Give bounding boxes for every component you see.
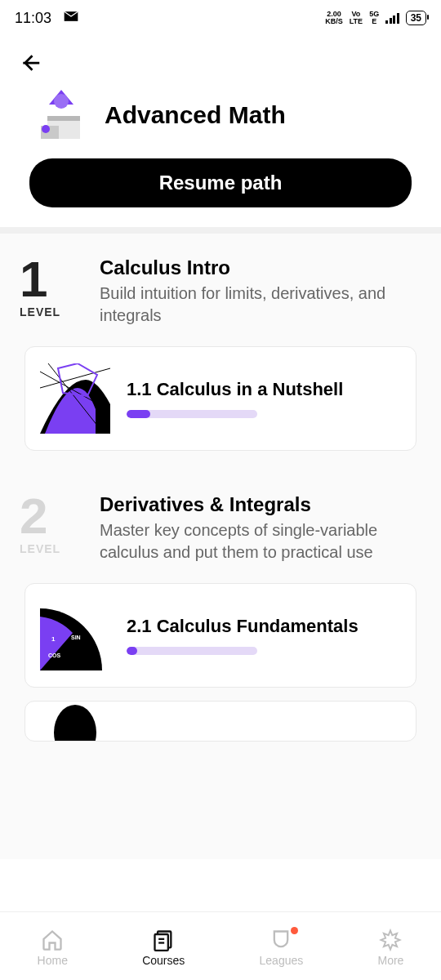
- svg-text:1: 1: [51, 635, 56, 643]
- course-title: 1.1 Calculus in a Nutshell: [127, 379, 401, 400]
- svg-point-4: [42, 125, 50, 133]
- level-block: 2 LEVEL Derivatives & Integrals Master k…: [0, 470, 441, 761]
- nav-label: More: [377, 954, 403, 967]
- status-bar: 11:03 2.00KB/S VoLTE 5GE 35: [0, 0, 441, 36]
- svg-point-3: [54, 94, 69, 109]
- courses-icon: [152, 929, 175, 951]
- nav-label: Courses: [142, 954, 185, 967]
- mail-icon: [63, 8, 79, 29]
- nav-more[interactable]: More: [377, 929, 403, 967]
- levels-list: 1 LEVEL Calculus Intro Build intuition f…: [0, 234, 441, 859]
- page-title: Advanced Math: [105, 101, 286, 129]
- svg-point-8: [54, 705, 96, 742]
- status-net-speed: 2.00KB/S: [325, 11, 343, 25]
- level-title: Derivatives & Integrals: [100, 493, 421, 516]
- nav-label: Home: [38, 954, 68, 967]
- progress-fill: [127, 410, 150, 418]
- svg-text:SIN: SIN: [71, 635, 81, 640]
- progress-fill: [127, 647, 137, 655]
- path-illustration: [33, 87, 90, 144]
- status-time: 11:03: [15, 10, 51, 27]
- progress-bar: [127, 647, 257, 655]
- signal-icon: [385, 12, 399, 24]
- level-block: 1 LEVEL Calculus Intro Build intuition f…: [0, 234, 441, 470]
- resume-path-button[interactable]: Resume path: [29, 158, 412, 207]
- svg-rect-1: [47, 116, 80, 121]
- leagues-icon: [270, 929, 292, 951]
- course-title: 2.1 Calculus Fundamentals: [127, 616, 401, 637]
- status-battery: 35: [406, 11, 426, 25]
- level-description: Build intuition for limits, derivatives,…: [100, 283, 421, 327]
- level-description: Master key concepts of single-variable c…: [100, 519, 421, 564]
- level-number: 2: [20, 493, 47, 539]
- course-card[interactable]: [24, 701, 416, 742]
- course-thumbnail: [40, 363, 110, 434]
- course-card[interactable]: 1.1 Calculus in a Nutshell: [24, 346, 416, 451]
- section-divider: [0, 227, 441, 234]
- nav-courses[interactable]: Courses: [142, 929, 185, 967]
- nav-label: Leagues: [260, 954, 304, 967]
- svg-text:COS: COS: [48, 653, 61, 658]
- course-thumbnail: [40, 701, 110, 742]
- notification-badge: [291, 927, 298, 934]
- nav-leagues[interactable]: Leagues: [260, 929, 304, 967]
- level-number: 1: [20, 256, 47, 302]
- back-button[interactable]: [18, 64, 42, 78]
- level-label: LEVEL: [20, 542, 60, 555]
- home-icon: [41, 929, 64, 951]
- course-thumbnail: 1 SIN COS: [40, 600, 110, 670]
- course-card[interactable]: 1 SIN COS 2.1 Calculus Fundamentals: [24, 583, 416, 688]
- progress-bar: [127, 410, 257, 418]
- bottom-nav: Home Courses Leagues More: [0, 911, 441, 980]
- level-title: Calculus Intro: [100, 256, 421, 279]
- nav-home[interactable]: Home: [38, 929, 68, 967]
- level-label: LEVEL: [20, 305, 60, 318]
- more-icon: [379, 929, 402, 951]
- status-net-type: 5GE: [369, 11, 379, 25]
- status-volte: VoLTE: [350, 11, 363, 25]
